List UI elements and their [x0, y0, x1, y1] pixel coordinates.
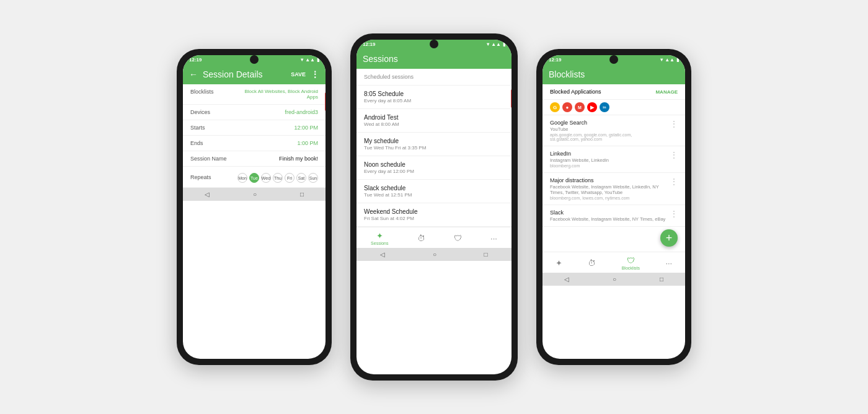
- back-sys-3[interactable]: ◁: [564, 276, 569, 283]
- linkedin-more-icon[interactable]: ⋮: [670, 151, 678, 159]
- wifi-icon-2: ▾: [487, 42, 489, 47]
- session-item-1[interactable]: 8:05 Schedule Every day at 8:05 AM: [356, 86, 512, 109]
- session-item-2[interactable]: Android Test Wed at 8:00 AM: [356, 109, 512, 133]
- blocklists-content: Blocked Applications MANAGE G ● M ▶ in G…: [542, 84, 685, 252]
- nav-more-3[interactable]: ···: [665, 258, 672, 268]
- app-icon-youtube: ▶: [587, 102, 597, 112]
- blocklists-value[interactable]: Block All Websites, Block Android Apps: [237, 89, 318, 100]
- session-name-value[interactable]: Finish my book!: [279, 156, 318, 162]
- blocked-apps-label: Blocked Applications: [550, 89, 601, 95]
- signal-icon-2: ▲▲: [491, 42, 501, 47]
- recents-sys-3[interactable]: □: [660, 276, 663, 283]
- session-item-3[interactable]: My schedule Tue Wed Thu Fri at 3:35 PM: [356, 133, 512, 156]
- ends-row: Ends 1:00 PM: [183, 136, 326, 151]
- nav-sessions[interactable]: ✦ Sessions: [371, 231, 388, 245]
- phone-session-details: 12:19 ▾ ▲▲ ▮ ← Session Details SAVE ⋮ Bl…: [177, 49, 332, 365]
- blocklist-item-major[interactable]: Major distractions Facebook Website, Ins…: [542, 173, 685, 205]
- status-icons-3: ▾ ▲▲ ▮: [660, 57, 679, 63]
- devices-value[interactable]: fred-android3: [285, 109, 318, 115]
- app-icon-google: G: [550, 102, 560, 112]
- session-name-2: Android Test: [364, 114, 504, 121]
- session-time-4: Every day at 12:00 PM: [364, 169, 504, 174]
- day-wed[interactable]: Wed: [261, 173, 271, 183]
- google-search-more-icon[interactable]: ⋮: [670, 120, 678, 128]
- add-blocklist-fab[interactable]: +: [660, 229, 678, 247]
- blocklist-linkedin-urls: bloomberg.com: [550, 164, 668, 168]
- major-more-icon[interactable]: ⋮: [670, 177, 678, 186]
- starts-row: Starts 12:00 PM: [183, 120, 326, 136]
- session-time-6: Fri Sat Sun at 4:02 PM: [364, 216, 504, 221]
- session-name-5: Slack schedule: [364, 185, 504, 192]
- battery-icon-2: ▮: [503, 42, 505, 47]
- phone-sessions: 12:19 ▾ ▲▲ ▮ Sessions Scheduled sessions…: [350, 33, 518, 381]
- session-name-label: Session Name: [190, 156, 227, 162]
- home-sys-2[interactable]: ○: [433, 251, 436, 258]
- blocklist-linkedin-subtitle: Instagram Website, LinkedIn: [550, 157, 668, 163]
- day-thu[interactable]: Thu: [273, 173, 283, 183]
- nav-more[interactable]: ···: [490, 234, 497, 243]
- back-button-1[interactable]: ←: [189, 69, 198, 79]
- blocklist-google-subtitle: YouTube: [550, 126, 668, 132]
- time-2: 12:19: [363, 42, 375, 47]
- day-tue[interactable]: Tue: [249, 173, 259, 183]
- nav-timer-3[interactable]: ⏱: [588, 258, 596, 268]
- back-sys-2[interactable]: ◁: [380, 251, 385, 258]
- blocklist-google-urls: apis.google.com, google.com, gstatic.com…: [550, 133, 668, 141]
- session-item-6[interactable]: Weekend Schedule Fri Sat Sun at 4:02 PM: [356, 203, 512, 227]
- blocklists-row: Blocklists Block All Websites, Block And…: [183, 84, 326, 105]
- more-options-icon[interactable]: ⋮: [311, 69, 319, 79]
- scheduled-sessions-header: Scheduled sessions: [356, 69, 512, 86]
- day-sun[interactable]: Sun: [308, 173, 318, 183]
- starts-value[interactable]: 12:00 PM: [294, 125, 318, 131]
- blocklist-major-name: Major distractions: [550, 177, 668, 183]
- app-icon-chrome: ●: [562, 102, 572, 112]
- repeats-days: Mon Tue Wed Thu Fri Sat Sun: [237, 173, 318, 183]
- app-bar-title-1: Session Details: [203, 69, 291, 79]
- day-mon[interactable]: Mon: [237, 173, 247, 183]
- fab-container: +: [542, 227, 685, 252]
- phone-notch-2: [430, 40, 438, 48]
- ends-value[interactable]: 1:00 PM: [297, 140, 318, 146]
- timer-icon-3: ⏱: [588, 258, 596, 268]
- wifi-icon-3: ▾: [660, 57, 663, 63]
- blocklist-major-content: Major distractions Facebook Website, Ins…: [550, 177, 668, 200]
- signal-icon: ▲▲: [305, 57, 315, 63]
- nav-sessions-label: Sessions: [371, 241, 388, 245]
- blocklist-item-google-search[interactable]: Google Search YouTube apis.google.com, g…: [542, 115, 685, 146]
- nav-timer[interactable]: ⏱: [417, 234, 425, 243]
- session-name-row: Session Name Finish my book!: [183, 151, 326, 167]
- blocklists-label: Blocklists: [190, 89, 214, 95]
- day-fri[interactable]: Fri: [285, 173, 294, 183]
- save-button[interactable]: SAVE: [291, 71, 306, 77]
- blocklist-item-linkedin[interactable]: LinkedIn Instagram Website, LinkedIn blo…: [542, 146, 685, 173]
- blocklist-major-urls: bloomberg.com, lowes.com, nytimes.com: [550, 196, 668, 200]
- session-time-2: Wed at 8:00 AM: [364, 121, 504, 127]
- day-sat[interactable]: Sat: [296, 173, 306, 183]
- blocklist-icon-3: 🛡: [627, 256, 635, 265]
- nav-blocklists-3[interactable]: 🛡 Blocklists: [622, 256, 640, 270]
- session-time-5: Tue Wed at 12:51 PM: [364, 192, 504, 198]
- blocklist-item-slack[interactable]: Slack Facebook Website, Instagram Websit…: [542, 205, 685, 227]
- ends-label: Ends: [190, 140, 203, 146]
- nav-blocklists-label: Blocklists: [622, 266, 640, 270]
- blocked-apps-header: Blocked Applications MANAGE: [542, 84, 685, 100]
- phone-notch: [250, 55, 259, 64]
- home-sys-1[interactable]: ○: [253, 191, 257, 198]
- session-item-5[interactable]: Slack schedule Tue Wed at 12:51 PM: [356, 180, 512, 203]
- nav-sessions-3[interactable]: ✦: [556, 258, 562, 268]
- slack-more-icon[interactable]: ⋮: [670, 209, 678, 218]
- side-indicator-2: [511, 89, 512, 108]
- app-bar-title-3: Blocklists: [549, 69, 679, 79]
- blocklist-icon: 🛡: [454, 234, 462, 243]
- recents-sys-2[interactable]: □: [484, 251, 488, 258]
- recents-sys-1[interactable]: □: [300, 191, 304, 198]
- blocklist-slack-content: Slack Facebook Website, Instagram Websit…: [550, 209, 668, 222]
- nav-blocklists[interactable]: 🛡: [454, 234, 462, 243]
- wifi-icon: ▾: [301, 57, 303, 63]
- devices-label: Devices: [190, 109, 210, 115]
- sessions-icon: ✦: [376, 231, 383, 240]
- home-sys-3[interactable]: ○: [613, 276, 616, 283]
- manage-button[interactable]: MANAGE: [655, 89, 678, 95]
- session-item-4[interactable]: Noon schedule Every day at 12:00 PM: [356, 156, 512, 180]
- back-sys-1[interactable]: ◁: [205, 191, 210, 198]
